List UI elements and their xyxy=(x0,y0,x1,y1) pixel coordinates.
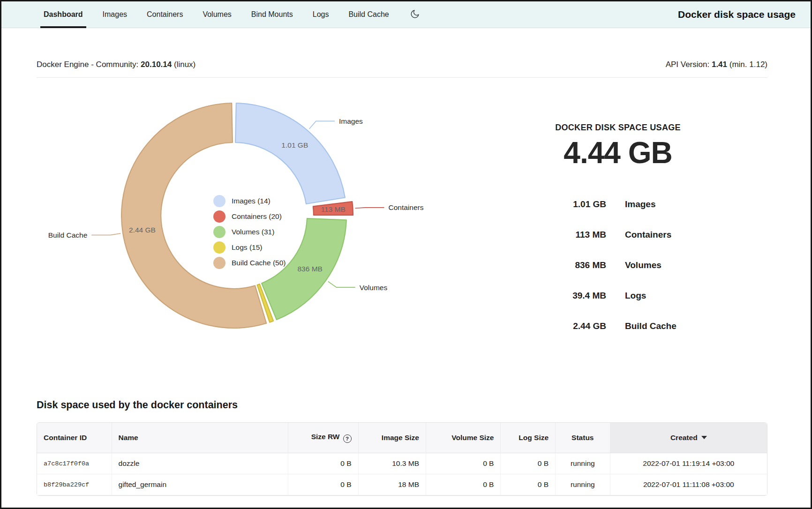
table-body: a7c8c17f0f0adozzle0 B10.3 MB0 B0 Brunnin… xyxy=(37,453,767,495)
top-nav: DashboardImagesContainersVolumesBind Mou… xyxy=(1,1,811,28)
summary-row: 39.4 MB Logs xyxy=(526,280,709,311)
table-header-row: Container IDNameSize RW?Image SizeVolume… xyxy=(37,423,767,453)
column-header-name[interactable]: Name xyxy=(112,423,288,453)
cell-size-rw: 0 B xyxy=(288,474,359,495)
callout-label-images: Images xyxy=(339,117,363,125)
summary-row: 836 MB Volumes xyxy=(526,250,709,280)
app-title: Docker disk space usage xyxy=(678,9,796,20)
theme-toggle-button[interactable] xyxy=(410,9,420,21)
tab-dashboard[interactable]: Dashboard xyxy=(44,1,83,28)
legend-item-build-cache[interactable]: Build Cache (50) xyxy=(213,255,286,270)
chart-legend: Images (14) Containers (20) Volumes (31)… xyxy=(213,193,286,270)
summary-label: Logs xyxy=(625,291,646,301)
slice-value-label: 1.01 GB xyxy=(281,141,308,149)
column-header-log-size[interactable]: Log Size xyxy=(501,423,556,453)
cell-name: dozzle xyxy=(112,453,288,474)
cell-created: 2022-07-01 11:19:14 +03:00 xyxy=(610,453,767,474)
callout-line xyxy=(355,208,384,208)
summary-total: 4.44 GB xyxy=(526,135,709,170)
summary-row: 1.01 GB Images xyxy=(526,189,709,219)
table-row: b8f29ba229cfgifted_germain0 B18 MB0 B0 B… xyxy=(37,474,767,495)
legend-item-logs[interactable]: Logs (15) xyxy=(213,240,286,255)
cell-image-size: 10.3 MB xyxy=(359,453,426,474)
callout-label-volumes: Volumes xyxy=(360,284,388,292)
legend-item-containers[interactable]: Containers (20) xyxy=(213,209,286,224)
cell-created: 2022-07-01 11:11:08 +03:00 xyxy=(610,474,767,495)
column-header-container-id[interactable]: Container ID xyxy=(37,423,112,453)
slice-value-label: 2.44 GB xyxy=(129,226,156,234)
summary-size: 39.4 MB xyxy=(526,291,606,301)
summary-label: Volumes xyxy=(625,260,662,270)
legend-swatch xyxy=(213,241,226,254)
nav-tabs: DashboardImagesContainersVolumesBind Mou… xyxy=(44,1,389,28)
callout-line xyxy=(328,281,355,287)
legend-swatch xyxy=(213,210,226,223)
legend-item-images[interactable]: Images (14) xyxy=(213,193,286,209)
cell-image-size: 18 MB xyxy=(359,474,426,495)
cell-volume-size: 0 B xyxy=(426,474,501,495)
cell-status: running xyxy=(556,474,610,495)
tab-build-cache[interactable]: Build Cache xyxy=(348,1,389,28)
column-header-size-rw[interactable]: Size RW? xyxy=(288,423,359,453)
summary-title: DOCKER DISK SPACE USAGE xyxy=(526,123,709,133)
usage-summary-panel: DOCKER DISK SPACE USAGE 4.44 GB 1.01 GB … xyxy=(526,123,709,341)
summary-size: 2.44 GB xyxy=(526,321,606,331)
tab-images[interactable]: Images xyxy=(103,1,127,28)
cell-name: gifted_germain xyxy=(112,474,288,495)
tab-logs[interactable]: Logs xyxy=(313,1,329,28)
sort-desc-icon xyxy=(701,436,707,439)
summary-list: 1.01 GB Images 113 MB Containers 836 MB … xyxy=(526,189,709,341)
summary-size: 113 MB xyxy=(526,230,606,240)
callout-label-build-cache: Build Cache xyxy=(48,231,88,239)
legend-swatch xyxy=(213,257,226,269)
containers-table: Container IDNameSize RW?Image SizeVolume… xyxy=(37,422,767,496)
tab-bind-mounts[interactable]: Bind Mounts xyxy=(251,1,293,28)
containers-table-heading: Disk space used by the docker containers xyxy=(37,399,767,411)
cell-container-id: a7c8c17f0f0a xyxy=(37,453,112,474)
summary-row: 113 MB Containers xyxy=(526,219,709,250)
callout-line xyxy=(309,121,335,129)
cell-log-size: 0 B xyxy=(501,453,556,474)
summary-row: 2.44 GB Build Cache xyxy=(526,311,709,341)
callout-label-containers: Containers xyxy=(388,203,423,211)
moon-icon xyxy=(410,9,420,21)
table-row: a7c8c17f0f0adozzle0 B10.3 MB0 B0 Brunnin… xyxy=(37,453,767,474)
callout-line xyxy=(91,233,120,235)
column-header-created[interactable]: Created xyxy=(610,423,767,453)
legend-swatch xyxy=(213,195,226,207)
cell-size-rw: 0 B xyxy=(288,453,359,474)
column-header-status[interactable]: Status xyxy=(556,423,610,453)
summary-label: Containers xyxy=(625,230,671,240)
summary-size: 836 MB xyxy=(526,260,606,270)
slice-value-label: 836 MB xyxy=(297,265,322,273)
legend-swatch xyxy=(213,226,226,238)
disk-usage-chart-section: 1.01 GBImages113 MBContainers836 MBVolum… xyxy=(37,78,767,344)
cell-container-id: b8f29ba229cf xyxy=(37,474,112,495)
summary-label: Build Cache xyxy=(625,321,677,331)
cell-log-size: 0 B xyxy=(501,474,556,495)
api-version-text: API Version: 1.41 (min. 1.12) xyxy=(666,60,767,69)
app-window: DashboardImagesContainersVolumesBind Mou… xyxy=(0,0,812,509)
donut-slice-images[interactable] xyxy=(235,103,345,204)
summary-label: Images xyxy=(625,199,655,210)
summary-size: 1.01 GB xyxy=(526,199,606,210)
tab-volumes[interactable]: Volumes xyxy=(203,1,231,28)
slice-value-label: 113 MB xyxy=(321,205,345,213)
column-header-image-size[interactable]: Image Size xyxy=(359,423,426,453)
cell-status: running xyxy=(556,453,610,474)
tab-containers[interactable]: Containers xyxy=(147,1,183,28)
help-icon[interactable]: ? xyxy=(343,434,352,443)
legend-item-volumes[interactable]: Volumes (31) xyxy=(213,224,286,240)
engine-version-text: Docker Engine - Community: 20.10.14 (lin… xyxy=(37,60,195,69)
column-header-volume-size[interactable]: Volume Size xyxy=(426,423,501,453)
engine-info-row: Docker Engine - Community: 20.10.14 (lin… xyxy=(37,60,767,69)
cell-volume-size: 0 B xyxy=(426,453,501,474)
